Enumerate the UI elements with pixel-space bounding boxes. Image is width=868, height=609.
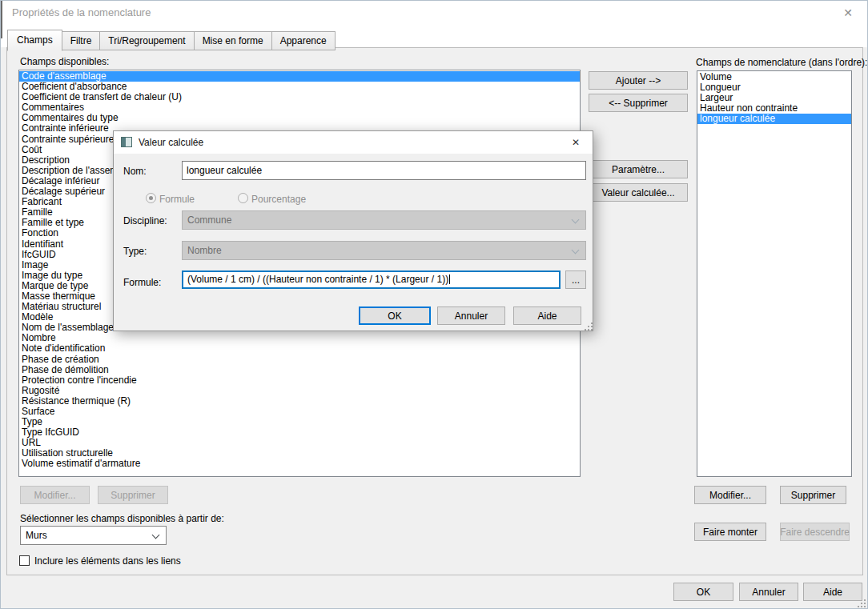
scheduled-fields-list[interactable]: VolumeLongueurLargeurHauteur non contrai… <box>697 70 852 477</box>
formula-text: (Volume / 1 cm) / ((Hauteur non contrain… <box>187 274 448 285</box>
available-field-item[interactable]: Surface <box>19 407 580 417</box>
dialog-cancel-button[interactable]: Annuler <box>437 307 505 325</box>
category-select-label: Sélectionner les champs disponibles à pa… <box>20 513 224 524</box>
discipline-value: Commune <box>187 214 231 226</box>
help-button[interactable]: Aide <box>803 583 862 601</box>
tab[interactable]: Filtre <box>62 31 101 50</box>
tab[interactable]: Apparence <box>271 31 336 50</box>
modify-available-button: Modifier... <box>20 486 90 504</box>
modify-scheduled-button[interactable]: Modifier... <box>694 486 766 504</box>
scheduled-fields-label: Champs de nomenclature (dans l'ordre): <box>696 57 867 68</box>
include-links-checkbox[interactable] <box>19 555 30 566</box>
available-field-item[interactable]: Type IfcGUID <box>19 427 580 438</box>
available-field-item[interactable]: Note d'identification <box>19 343 580 354</box>
chevron-down-icon <box>572 246 580 254</box>
background-window-edge <box>1 1 2 38</box>
dialog-title: Valeur calculée <box>139 137 203 148</box>
calculated-value-icon <box>121 137 132 147</box>
dialog-ok-button[interactable]: OK <box>359 307 431 325</box>
available-field-item[interactable]: Volume estimatif d'armature <box>19 459 580 469</box>
tab-bar: ChampsFiltreTri/RegroupementMise en form… <box>7 30 335 50</box>
type-label: Type: <box>123 246 147 257</box>
dialog-resize-grip[interactable] <box>585 323 593 331</box>
close-icon[interactable]: ✕ <box>835 3 861 22</box>
formula-radio <box>146 193 156 203</box>
add-field-button[interactable]: Ajouter --> <box>589 71 688 90</box>
available-field-item[interactable]: Phase de démolition <box>19 365 580 375</box>
text-caret <box>449 274 450 284</box>
calculated-value-button[interactable]: Valeur calculée... <box>589 183 688 202</box>
available-fields-label: Champs disponibles: <box>20 56 109 67</box>
formula-input[interactable]: (Volume / 1 cm) / ((Hauteur non contrain… <box>182 270 561 289</box>
ok-button[interactable]: OK <box>673 583 733 601</box>
percentage-radio <box>238 193 248 203</box>
discipline-label: Discipline: <box>123 215 167 226</box>
dialog-close-icon[interactable]: ✕ <box>559 131 593 154</box>
type-dropdown: Nombre <box>182 241 586 260</box>
percentage-radio-label: Pourcentage <box>251 194 306 205</box>
formula-browse-button[interactable]: ... <box>565 270 586 289</box>
available-field-item[interactable]: Résistance thermique (R) <box>19 396 580 407</box>
name-label: Nom: <box>123 166 147 177</box>
dialog-help-button[interactable]: Aide <box>513 307 581 325</box>
parameter-button[interactable]: Paramètre... <box>589 160 688 178</box>
chevron-down-icon <box>572 216 580 224</box>
formula-radio-label: Formule <box>159 194 195 205</box>
formula-label: Formule: <box>123 277 161 288</box>
move-up-button[interactable]: Faire monter <box>694 523 766 541</box>
tab[interactable]: Mise en forme <box>194 31 272 50</box>
type-value: Nombre <box>187 245 222 256</box>
available-field-item[interactable]: Phase de création <box>19 355 580 365</box>
cancel-button[interactable]: Annuler <box>739 583 798 601</box>
available-field-item[interactable]: Coefficient de transfert de chaleur (U) <box>19 92 580 102</box>
include-links-label: Inclure les éléments dans les liens <box>34 555 181 567</box>
delete-available-button: Supprimer <box>98 486 168 504</box>
category-dropdown-value: Murs <box>26 530 47 541</box>
delete-scheduled-button[interactable]: Supprimer <box>780 486 846 504</box>
available-field-item[interactable]: Rugosité <box>19 386 580 396</box>
tab[interactable]: Tri/Regroupement <box>99 31 194 50</box>
remove-field-button[interactable]: <-- Supprimer <box>589 94 688 112</box>
discipline-dropdown: Commune <box>182 210 586 230</box>
calculated-value-dialog: Valeur calculée ✕ Nom: Formule Pourcenta… <box>113 130 593 331</box>
name-input[interactable] <box>182 161 586 180</box>
tab[interactable]: Champs <box>7 30 62 51</box>
available-field-item[interactable]: Protection contre l'incendie <box>19 375 580 386</box>
schedule-properties-window: Propriétés de la nomenclature ✕ ChampsFi… <box>0 0 868 609</box>
window-resize-grip[interactable] <box>858 599 866 607</box>
move-down-button: Faire descendre <box>780 523 850 541</box>
scheduled-field-item[interactable]: longueur calculée <box>697 114 851 124</box>
chevron-down-icon <box>152 531 160 539</box>
category-dropdown[interactable]: Murs <box>20 526 167 545</box>
window-title: Propriétés de la nomenclature <box>12 6 151 18</box>
available-field-item[interactable]: Type <box>19 417 580 427</box>
